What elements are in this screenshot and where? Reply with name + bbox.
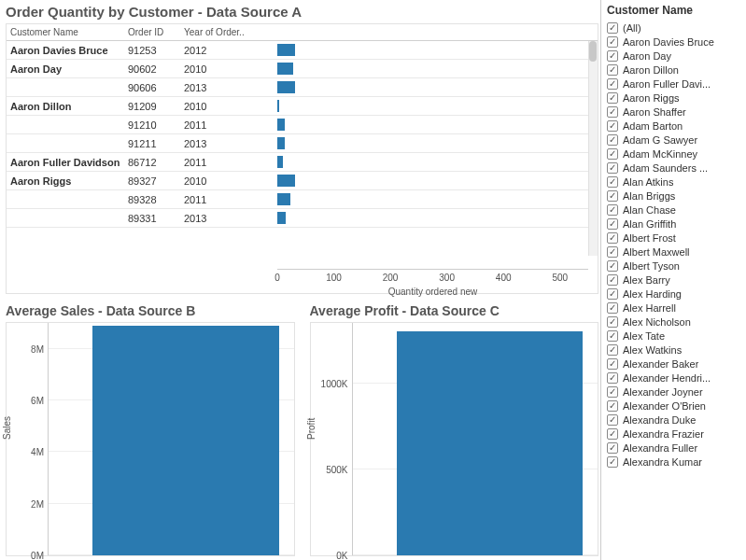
filter-item-label: Alex Harding <box>623 288 682 300</box>
checkbox-icon[interactable] <box>607 190 618 202</box>
filter-item[interactable]: Aaron Fuller Davi... <box>607 77 744 91</box>
cell-year: 2011 <box>184 194 277 205</box>
filter-item-label: Alex Nicholson <box>623 316 691 328</box>
checkbox-icon[interactable] <box>607 456 618 468</box>
filter-item[interactable]: Alan Briggs <box>607 189 744 203</box>
checkbox-icon[interactable] <box>607 120 618 132</box>
scrollbar-thumb[interactable] <box>589 41 597 62</box>
filter-item-label: Alan Griffith <box>623 218 676 230</box>
filter-item[interactable]: Adam Barton <box>607 119 744 133</box>
filter-item[interactable]: Alex Nicholson <box>607 315 744 329</box>
checkbox-icon[interactable] <box>607 162 618 174</box>
filter-item[interactable]: Alexandra Frazier <box>607 427 744 441</box>
filter-item[interactable]: (All) <box>607 21 744 35</box>
checkbox-icon[interactable] <box>607 106 618 118</box>
filter-item[interactable]: Alan Griffith <box>607 217 744 231</box>
filter-item[interactable]: Adam McKinney <box>607 147 744 161</box>
filter-item[interactable]: Aaron Shaffer <box>607 105 744 119</box>
filter-item[interactable]: Adam G Sawyer <box>607 133 744 147</box>
filter-item[interactable]: Aaron Dillon <box>607 63 744 77</box>
table-row[interactable]: 893312013 <box>7 209 598 228</box>
checkbox-icon[interactable] <box>607 386 618 398</box>
checkbox-icon[interactable] <box>607 316 618 328</box>
filter-item[interactable]: Alan Atkins <box>607 175 744 189</box>
filter-item[interactable]: Alexander Joyner <box>607 385 744 399</box>
filter-item[interactable]: Aaron Davies Bruce <box>607 35 744 49</box>
filter-item[interactable]: Alex Harding <box>607 287 744 301</box>
table-row[interactable]: 912112013 <box>7 134 598 153</box>
table-row[interactable]: 893282011 <box>7 190 598 209</box>
col-header-customer[interactable]: Customer Name <box>7 27 128 37</box>
checkbox-icon[interactable] <box>607 358 618 370</box>
filter-item[interactable]: Alex Harrell <box>607 301 744 315</box>
checkbox-icon[interactable] <box>607 330 618 342</box>
checkbox-icon[interactable] <box>607 414 618 426</box>
cell-bar <box>277 190 598 208</box>
checkbox-icon[interactable] <box>607 92 618 104</box>
chart-a-body[interactable]: Aaron Davies Bruce912532012Aaron Day9060… <box>7 41 598 269</box>
y-tick: 2M <box>31 498 44 509</box>
filter-item[interactable]: Albert Frost <box>607 231 744 245</box>
checkbox-icon[interactable] <box>607 204 618 216</box>
filter-item[interactable]: Alan Chase <box>607 203 744 217</box>
chart-b-plot[interactable]: Sales 0M2M4M6M8M <box>6 322 295 556</box>
checkbox-icon[interactable] <box>607 288 618 300</box>
filter-item-label: Adam Saunders ... <box>623 162 708 174</box>
checkbox-icon[interactable] <box>607 442 618 454</box>
filter-item[interactable]: Alexander Baker <box>607 357 744 371</box>
filter-item[interactable]: Alexander Hendri... <box>607 371 744 385</box>
checkbox-icon[interactable] <box>607 260 618 272</box>
checkbox-icon[interactable] <box>607 400 618 412</box>
filter-item[interactable]: Alex Barry <box>607 273 744 287</box>
checkbox-icon[interactable] <box>607 274 618 286</box>
filter-item[interactable]: Alexander O'Brien <box>607 399 744 413</box>
filter-item[interactable]: Aaron Day <box>607 49 744 63</box>
filter-list[interactable]: (All)Aaron Davies BruceAaron DayAaron Di… <box>607 21 744 556</box>
checkbox-icon[interactable] <box>607 218 618 230</box>
checkbox-icon[interactable] <box>607 246 618 258</box>
filter-item[interactable]: Adam Saunders ... <box>607 161 744 175</box>
cell-year: 2013 <box>184 213 277 224</box>
checkbox-icon[interactable] <box>607 50 618 62</box>
cell-order-id: 91253 <box>128 45 184 56</box>
checkbox-icon[interactable] <box>607 148 618 160</box>
table-row[interactable]: Aaron Davies Bruce912532012 <box>7 41 598 60</box>
filter-item-label: Albert Tyson <box>623 260 680 272</box>
table-row[interactable]: Aaron Fuller Davidson867122011 <box>7 153 598 172</box>
table-row[interactable]: 906062013 <box>7 78 598 97</box>
checkbox-icon[interactable] <box>607 232 618 244</box>
checkbox-icon[interactable] <box>607 78 618 90</box>
cell-year: 2013 <box>184 138 277 149</box>
table-row[interactable]: Aaron Riggs893272010 <box>7 172 598 190</box>
filter-item[interactable]: Albert Tyson <box>607 259 744 273</box>
checkbox-icon[interactable] <box>607 344 618 356</box>
bar[interactable] <box>92 326 279 555</box>
checkbox-icon[interactable] <box>607 22 618 34</box>
filter-item[interactable]: Alexandra Kumar <box>607 455 744 469</box>
cell-bar <box>277 153 598 171</box>
chart-c-plot[interactable]: Profit 0K500K1000K <box>310 322 599 556</box>
checkbox-icon[interactable] <box>607 64 618 76</box>
col-header-year[interactable]: Year of Order.. <box>184 27 277 37</box>
table-row[interactable]: Aaron Dillon912092010 <box>7 97 598 116</box>
filter-item[interactable]: Aaron Riggs <box>607 91 744 105</box>
table-row[interactable]: Aaron Day906022010 <box>7 60 598 78</box>
checkbox-icon[interactable] <box>607 428 618 440</box>
checkbox-icon[interactable] <box>607 176 618 188</box>
col-header-order[interactable]: Order ID <box>128 27 184 37</box>
checkbox-icon[interactable] <box>607 36 618 48</box>
filter-item-label: (All) <box>623 22 641 34</box>
filter-item[interactable]: Alex Watkins <box>607 343 744 357</box>
bar[interactable] <box>397 331 584 555</box>
table-row[interactable]: 912102011 <box>7 116 598 134</box>
checkbox-icon[interactable] <box>607 134 618 146</box>
filter-item[interactable]: Albert Maxwell <box>607 245 744 259</box>
filter-item[interactable]: Alexandra Fuller <box>607 441 744 455</box>
filter-item[interactable]: Alexandra Duke <box>607 413 744 427</box>
scrollbar-track[interactable] <box>588 41 598 256</box>
filter-item[interactable]: Alex Tate <box>607 329 744 343</box>
checkbox-icon[interactable] <box>607 302 618 314</box>
checkbox-icon[interactable] <box>607 372 618 384</box>
filter-item-label: Aaron Shaffer <box>623 106 686 118</box>
cell-bar <box>277 134 598 152</box>
